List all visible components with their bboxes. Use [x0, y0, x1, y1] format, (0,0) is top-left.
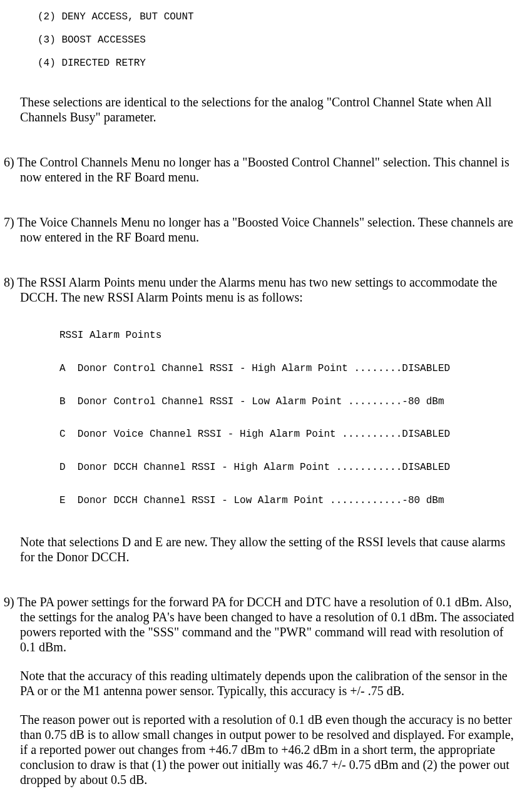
item-7: 7) The Voice Channels Menu no longer has… — [4, 215, 521, 245]
item-9-p2: Note that the accuracy of this reading u… — [20, 668, 521, 698]
option-3-text: (3) BOOST ACCESSES — [38, 34, 532, 46]
option-4-text: (4) DIRECTED RETRY — [38, 58, 532, 69]
rssi-row-d: D Donor DCCH Channel RSSI - High Alarm P… — [59, 462, 532, 473]
item-9-p3: The reason power out is reported with a … — [20, 712, 521, 787]
item-8-intro: 8) The RSSI Alarm Points menu under the … — [4, 275, 521, 305]
item-6: 6) The Control Channels Menu no longer h… — [4, 155, 521, 185]
rssi-row-b: B Donor Control Channel RSSI - Low Alarm… — [59, 396, 532, 407]
rssi-row-e: E Donor DCCH Channel RSSI - Low Alarm Po… — [59, 495, 532, 506]
item-8-note: Note that selections D and E are new. Th… — [20, 534, 521, 564]
rssi-row-a: A Donor Control Channel RSSI - High Alar… — [59, 363, 532, 374]
rssi-title: RSSI Alarm Points — [59, 330, 532, 341]
option-2-text: (2) DENY ACCESS, BUT COUNT — [38, 11, 532, 23]
rssi-row-c: C Donor Voice Channel RSSI - High Alarm … — [59, 429, 532, 440]
item-9-p1: 9) The PA power settings for the forward… — [4, 594, 521, 654]
para-selections-identical: These selections are identical to the se… — [20, 94, 521, 125]
